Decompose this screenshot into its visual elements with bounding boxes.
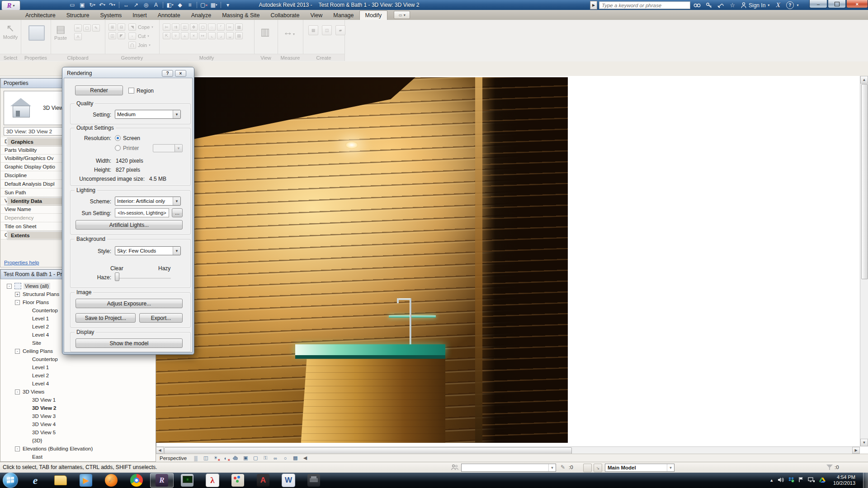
tab-manage[interactable]: Manage	[328, 11, 359, 20]
visual-style-icon[interactable]: ◫	[202, 455, 209, 461]
tree-expand-icon[interactable]: +	[15, 292, 20, 297]
unpin-icon[interactable]: ▵	[181, 32, 189, 39]
tab-modify[interactable]: Modify	[359, 10, 388, 20]
measure-icon[interactable]: ↔	[122, 1, 131, 9]
editable-only-icon[interactable]: ✎	[561, 464, 565, 470]
demolish-icon[interactable]: ◤	[118, 32, 125, 39]
minimize-button[interactable]: –	[809, 0, 827, 8]
adjust-exposure-button[interactable]: Adjust Exposure...	[75, 299, 183, 308]
network-icon[interactable]	[808, 477, 815, 484]
dialog-help-icon[interactable]: ?	[162, 70, 173, 77]
tree-item-level-2[interactable]: Level 2	[1, 371, 155, 380]
design-options-dropdown[interactable]: Main Model▼	[605, 464, 675, 472]
tree-item-3d-view-2-active[interactable]: 3D View 2	[1, 404, 155, 412]
taskbar-clock[interactable]: 4:54 PM 10/2/2013	[833, 474, 855, 486]
wall-joins-icon[interactable]: ⊟	[118, 23, 125, 31]
tab-structure[interactable]: Structure	[61, 11, 95, 20]
tree-item-elevations[interactable]: -Elevations (Building Elevation)	[1, 445, 155, 453]
action-center-flag-icon[interactable]	[798, 477, 804, 484]
tag-icon[interactable]: ◎	[142, 1, 151, 9]
view-panel-icon[interactable]: ▥	[260, 26, 270, 38]
infocenter-expand-icon[interactable]: ▶	[590, 1, 597, 9]
offset-icon[interactable]: ⇉	[172, 23, 179, 31]
horizontal-scroll-thumb[interactable]	[164, 447, 572, 454]
tree-collapse-icon[interactable]: -	[15, 300, 20, 305]
panel-label-properties[interactable]: Properties	[21, 54, 51, 61]
exchange-apps-icon[interactable]: X	[773, 1, 783, 9]
search-input[interactable]	[599, 1, 690, 9]
sun-path-icon[interactable]: ☀×	[212, 455, 219, 461]
quality-setting-dropdown[interactable]: Medium▼	[115, 110, 181, 119]
extend-icon[interactable]: ↦	[199, 32, 207, 39]
shadows-icon[interactable]: ◐×	[222, 455, 229, 461]
worksharing-display-icon[interactable]: ▩	[292, 455, 299, 461]
temporary-hide-isolate-icon[interactable]: ○	[282, 455, 289, 461]
taskbar-monitor-app[interactable]: ≡	[175, 473, 199, 488]
sign-in-button[interactable]: Sign In ▾	[739, 2, 771, 9]
show-desktop-button[interactable]	[863, 473, 868, 488]
show-the-model-button[interactable]: Show the model	[75, 338, 183, 348]
tab-collaborate[interactable]: Collaborate	[265, 11, 305, 20]
align-icon[interactable]: ⊨	[163, 23, 170, 31]
close-button[interactable]: ×	[846, 0, 868, 8]
haze-slider-thumb[interactable]	[115, 272, 119, 281]
view-scale-icon[interactable]: ▒	[192, 455, 199, 461]
tree-collapse-icon[interactable]: -	[15, 349, 20, 354]
scroll-down-icon[interactable]: ▼	[860, 439, 868, 446]
dialog-title-bar[interactable]: Rendering ? ×	[64, 69, 193, 78]
trim-icon[interactable]: ⌜	[217, 23, 225, 31]
tab-insert[interactable]: Insert	[127, 11, 152, 20]
split-icon[interactable]: ✂	[226, 23, 234, 31]
scroll-left-icon[interactable]: ◀	[156, 447, 164, 454]
save-icon[interactable]: ▣	[78, 1, 87, 9]
volume-icon[interactable]	[778, 477, 784, 484]
measure-panel-icon[interactable]: ↔▾	[283, 26, 295, 38]
taskbar-word[interactable]: W	[277, 473, 300, 488]
scroll-right-icon[interactable]: ▶	[852, 447, 860, 454]
search-icon[interactable]	[692, 1, 702, 9]
workset-toggle-icon[interactable]	[583, 464, 592, 472]
show-rendering-dialog-icon[interactable]	[232, 455, 239, 461]
start-button[interactable]	[3, 473, 18, 488]
tree-collapse-icon[interactable]: -	[15, 389, 20, 394]
taskbar-explorer[interactable]	[49, 473, 72, 488]
tree-item-3d-view-5[interactable]: 3D View 5	[1, 428, 155, 436]
tab-systems[interactable]: Systems	[94, 11, 127, 20]
artificial-lights-button[interactable]: Artificial Lights...	[75, 220, 183, 230]
properties-help-link[interactable]: Properties help	[4, 260, 39, 265]
google-drive-icon[interactable]	[819, 477, 826, 484]
tab-massing-site[interactable]: Massing & Site	[217, 11, 265, 20]
dialog-close-icon[interactable]: ×	[175, 70, 186, 77]
tray-expand-icon[interactable]: ▲	[769, 478, 774, 483]
default-3d-view-icon[interactable]: ◧▾	[165, 1, 175, 9]
lighting-scheme-dropdown[interactable]: Interior: Artificial only▼	[115, 197, 181, 206]
horizontal-scrollbar[interactable]: ◀ ▶	[156, 446, 860, 454]
section-icon[interactable]: ◆	[175, 1, 184, 9]
taskbar-paint[interactable]	[226, 473, 250, 488]
application-menu-button[interactable]: R ▾	[1, 0, 20, 10]
paste-button[interactable]: ▤ Paste	[54, 23, 67, 41]
ribbon-state-toggle[interactable]: ▭▾	[394, 11, 410, 19]
tree-item-level-4[interactable]: Level 4	[1, 380, 155, 388]
sun-setting-browse-button[interactable]: ...	[172, 208, 183, 217]
printer-dpi-dropdown[interactable]: ▼	[153, 144, 183, 152]
taskbar-ie[interactable]: e	[24, 473, 47, 488]
tree-item-east[interactable]: East	[1, 453, 155, 461]
undo-icon[interactable]: ↶▾	[98, 1, 107, 9]
join-button[interactable]: ⋂Join▾	[128, 42, 153, 49]
crop-view-icon[interactable]: ▣	[242, 455, 249, 461]
taskbar-autocad[interactable]: A	[251, 473, 275, 488]
vertical-scroll-thumb[interactable]	[861, 84, 868, 279]
switch-windows-icon[interactable]: ▦▾	[209, 1, 218, 9]
favorites-star-icon[interactable]: ☆	[727, 1, 737, 9]
screen-radio[interactable]	[115, 135, 121, 141]
close-hidden-windows-icon[interactable]: ▢×	[199, 1, 208, 9]
taskbar-adobe-reader[interactable]: λ	[201, 473, 224, 488]
sync-with-central-icon[interactable]: ↻▾	[88, 1, 97, 9]
beam-icon[interactable]: ◫	[108, 32, 116, 39]
tab-annotate[interactable]: Annotate	[152, 11, 186, 20]
trim-multi-icon[interactable]: ⌟	[217, 32, 225, 39]
show-crop-region-icon[interactable]: ▢	[252, 455, 259, 461]
panel-label-clipboard[interactable]: Clipboard	[51, 54, 105, 61]
communication-center-icon[interactable]	[716, 1, 726, 9]
